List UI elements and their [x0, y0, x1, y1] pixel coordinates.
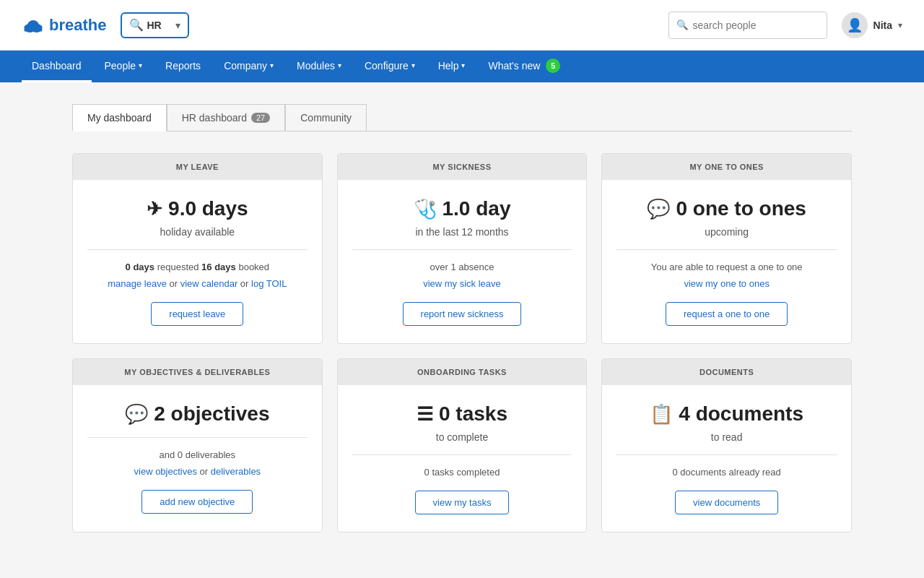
sickness-days-value: 🩺 1.0 day	[414, 197, 511, 220]
view-sick-leave-link[interactable]: view my sick leave	[423, 278, 501, 289]
card-onboarding-header: ONBOARDING TASKS	[338, 359, 587, 385]
user-menu-arrow-icon: ▾	[898, 20, 902, 30]
one-to-ones-icon: 💬	[647, 198, 670, 220]
plane-icon: ✈	[147, 198, 162, 220]
nav-whats-new[interactable]: What's new 5	[478, 51, 570, 82]
nav-dashboard[interactable]: Dashboard	[22, 51, 92, 82]
leave-subtitle: holiday available	[160, 226, 235, 238]
view-one-to-ones-link[interactable]: view my one to ones	[684, 278, 770, 289]
svg-rect-3	[25, 25, 43, 31]
one-to-ones-links: view my one to ones	[684, 278, 770, 289]
objectives-value: 💬 2 objectives	[125, 402, 269, 426]
one-to-ones-subtitle: upcoming	[705, 226, 749, 238]
hr-dashboard-badge: 27	[251, 113, 270, 123]
card-objectives: MY OBJECTIVES & DELIVERABLES 💬 2 objecti…	[72, 358, 323, 532]
tab-community[interactable]: Community	[285, 104, 367, 131]
card-documents-body: 📋 4 documents to read 0 documents alread…	[602, 385, 851, 532]
documents-action: view documents	[675, 491, 778, 514]
documents-icon: 📋	[650, 403, 673, 426]
documents-subtitle: to read	[711, 431, 743, 443]
leave-action: request leave	[151, 302, 243, 326]
card-onboarding-tasks: ONBOARDING TASKS ☰ 0 tasks to complete 0…	[337, 358, 588, 532]
documents-info: 0 documents already read	[673, 467, 781, 478]
request-one-to-one-button[interactable]: request a one to one	[666, 302, 788, 326]
view-my-tasks-button[interactable]: view my tasks	[415, 491, 510, 514]
card-objectives-header: MY OBJECTIVES & DELIVERABLES	[73, 359, 322, 385]
main-content: My dashboard HR dashboard 27 Community M…	[0, 82, 924, 554]
objectives-icon: 💬	[125, 403, 148, 426]
search-people-wrap: 🔍	[668, 12, 827, 39]
help-arrow-icon: ▾	[461, 61, 465, 69]
tasks-info: 0 tasks completed	[424, 467, 500, 478]
user-name: Nita	[873, 20, 892, 31]
deliverables-link[interactable]: deliverables	[211, 466, 261, 477]
nav-people[interactable]: People ▾	[95, 51, 153, 82]
search-button[interactable]: 🔍	[676, 20, 689, 30]
card-my-sickness-header: MY SICKNESS	[338, 154, 587, 180]
header: breathe 🔍 HR ▾ 🔍 👤 Nita ▾	[0, 0, 924, 51]
nav-help[interactable]: Help ▾	[428, 51, 476, 82]
nav-company[interactable]: Company ▾	[214, 51, 284, 82]
nav-reports[interactable]: Reports	[155, 51, 211, 82]
view-objectives-link[interactable]: view objectives	[134, 466, 197, 477]
company-arrow-icon: ▾	[270, 61, 274, 69]
main-nav: Dashboard People ▾ Reports Company ▾ Mod…	[0, 51, 924, 82]
avatar: 👤	[842, 12, 868, 38]
view-documents-button[interactable]: view documents	[675, 491, 778, 514]
manage-leave-link[interactable]: manage leave	[108, 278, 167, 289]
dashboard-tabs: My dashboard HR dashboard 27 Community	[72, 104, 852, 131]
sickness-action: report new sickness	[403, 302, 522, 326]
leave-links: manage leave or view calendar or log TOI…	[108, 278, 287, 289]
objectives-action: add new objective	[141, 490, 253, 514]
objectives-info: and 0 deliverables	[160, 449, 236, 460]
tasks-value: ☰ 0 tasks	[417, 402, 507, 426]
objectives-links: view objectives or deliverables	[134, 466, 261, 477]
sickness-info: over 1 absence	[430, 262, 494, 272]
card-onboarding-body: ☰ 0 tasks to complete 0 tasks completed …	[338, 385, 587, 532]
sickness-icon: 🩺	[414, 198, 437, 220]
whats-new-badge: 5	[546, 59, 560, 73]
one-to-ones-info: You are able to request a one to one	[651, 262, 803, 272]
user-menu[interactable]: 👤 Nita ▾	[842, 12, 902, 38]
people-arrow-icon: ▾	[139, 61, 142, 69]
tasks-subtitle: to complete	[436, 431, 488, 443]
one-to-ones-action: request a one to one	[666, 302, 788, 326]
logo[interactable]: breathe	[22, 16, 106, 35]
org-select[interactable]: HR	[122, 14, 188, 37]
tasks-action: view my tasks	[415, 491, 510, 514]
card-my-leave-header: MY LEAVE	[73, 154, 322, 180]
card-documents: DOCUMENTS 📋 4 documents to read 0 docume…	[601, 358, 852, 532]
logo-text: breathe	[49, 16, 106, 35]
report-new-sickness-button[interactable]: report new sickness	[403, 302, 522, 326]
documents-value: 📋 4 documents	[650, 402, 803, 426]
modules-arrow-icon: ▾	[338, 61, 341, 69]
card-my-leave: MY LEAVE ✈ 9.0 days holiday available 0 …	[72, 153, 323, 344]
org-select-wrap: 🔍 HR ▾	[121, 12, 189, 38]
view-calendar-link[interactable]: view calendar	[180, 278, 238, 289]
tasks-icon: ☰	[417, 403, 433, 426]
card-my-sickness-body: 🩺 1.0 day in the last 12 months over 1 a…	[338, 180, 587, 343]
tab-hr-dashboard[interactable]: HR dashboard 27	[167, 104, 286, 131]
request-leave-button[interactable]: request leave	[151, 302, 243, 326]
card-one-to-ones: MY ONE TO ONES 💬 0 one to ones upcoming …	[601, 153, 852, 344]
dashboard-cards: MY LEAVE ✈ 9.0 days holiday available 0 …	[72, 153, 852, 532]
card-documents-header: DOCUMENTS	[602, 359, 851, 385]
configure-arrow-icon: ▾	[411, 61, 415, 69]
search-people-input[interactable]	[693, 20, 819, 31]
card-objectives-body: 💬 2 objectives and 0 deliverables view o…	[73, 385, 322, 531]
sickness-subtitle: in the last 12 months	[415, 226, 508, 238]
card-my-sickness: MY SICKNESS 🩺 1.0 day in the last 12 mon…	[337, 153, 588, 344]
sickness-links: view my sick leave	[423, 278, 501, 289]
leave-days-value: ✈ 9.0 days	[147, 197, 248, 220]
log-toil-link[interactable]: log TOIL	[251, 278, 287, 289]
one-to-ones-value: 💬 0 one to ones	[647, 197, 806, 220]
leave-info: 0 days requested 16 days booked	[126, 262, 270, 272]
card-one-to-ones-header: MY ONE TO ONES	[602, 154, 851, 180]
nav-modules[interactable]: Modules ▾	[287, 51, 352, 82]
card-one-to-ones-body: 💬 0 one to ones upcoming You are able to…	[602, 180, 851, 343]
tab-my-dashboard[interactable]: My dashboard	[72, 104, 167, 131]
card-my-leave-body: ✈ 9.0 days holiday available 0 days requ…	[73, 180, 322, 343]
add-new-objective-button[interactable]: add new objective	[141, 490, 253, 514]
nav-configure[interactable]: Configure ▾	[354, 51, 425, 82]
